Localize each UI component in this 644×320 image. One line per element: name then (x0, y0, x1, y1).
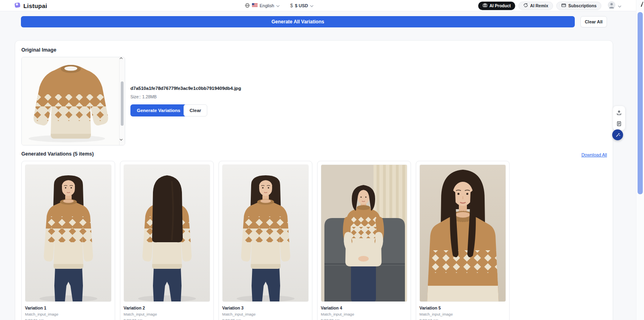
header-right: AI Product AI Remix (478, 0, 621, 11)
variation-image-3[interactable] (222, 164, 309, 302)
flag-icon (252, 3, 258, 8)
magic-wand-button[interactable] (612, 129, 623, 140)
header-center: English $ $ USD (245, 0, 314, 11)
scrollbar-thumb[interactable] (121, 81, 124, 126)
ai-remix-button[interactable]: AI Remix (518, 2, 553, 10)
user-menu[interactable] (608, 1, 621, 10)
variation-title: Variation 5 (419, 305, 506, 310)
original-image-title: Original Image (21, 47, 56, 53)
variation-time: 9:02:10 am (419, 318, 506, 320)
remix-icon (523, 3, 528, 8)
scroll-down-icon[interactable] (120, 139, 125, 145)
subscriptions-label: Subscriptions (568, 3, 597, 8)
clear-button[interactable]: Clear (184, 104, 207, 116)
app-header: Listupai (0, 0, 644, 11)
variation-image-1[interactable] (25, 164, 111, 302)
subscriptions-button[interactable]: Subscriptions (556, 2, 601, 10)
variation-title: Variation 4 (321, 305, 407, 310)
currency-label: $ USD (295, 3, 308, 8)
brand-name: Listupai (23, 2, 47, 9)
variation-image-5[interactable] (419, 164, 506, 302)
variation-card[interactable]: Variation 4 Match_input_image 9:02:08 am (317, 161, 411, 320)
variation-subtitle: Match_input_image (25, 312, 111, 316)
listupai-logo-icon (14, 2, 21, 10)
document-icon[interactable] (615, 120, 623, 127)
variation-card[interactable]: Variation 5 Match_input_image 9:02:10 am (416, 161, 510, 320)
chevron-down-icon (310, 3, 314, 8)
language-selector[interactable]: English (245, 3, 280, 9)
variation-card[interactable]: Variation 1 Match_input_image 9:02:01 am (21, 161, 115, 320)
original-filename: d7a510a1fe78d76779fe3ac9e1c0bb7919409db4… (130, 86, 241, 91)
clear-all-button[interactable]: Clear All (580, 16, 607, 27)
page: Listupai (0, 0, 644, 320)
scroll-up-icon[interactable] (120, 57, 125, 64)
main-panel: Original Image (15, 40, 613, 320)
variation-card[interactable]: Variation 3 Match_input_image 9:02:05 am (219, 161, 312, 320)
generate-all-variations-button[interactable]: Generate All Variations (21, 16, 575, 27)
generate-variations-button[interactable]: Generate Variations (130, 104, 187, 116)
variation-image-4[interactable] (321, 164, 407, 302)
mouse-cursor (640, 1, 644, 7)
variation-title: Variation 3 (222, 305, 309, 310)
variation-subtitle: Match_input_image (222, 312, 309, 316)
original-image-preview[interactable] (21, 57, 125, 145)
variation-card-list: Variation 1 Match_input_image 9:02:01 am (21, 161, 510, 320)
variation-time: 9:02:05 am (222, 318, 309, 320)
upload-icon[interactable] (615, 109, 623, 116)
variation-title: Variation 1 (25, 305, 111, 310)
variation-subtitle: Match_input_image (321, 312, 407, 316)
page-scrollbar-thumb[interactable] (638, 12, 643, 194)
page-scrollbar[interactable] (636, 0, 644, 320)
chevron-down-icon (618, 2, 621, 9)
ai-product-button[interactable]: AI Product (478, 2, 515, 10)
image-box-scrollbar[interactable] (119, 57, 125, 145)
variation-time: 9:02:01 am (25, 318, 111, 320)
variation-image-2[interactable] (124, 164, 210, 302)
variation-time: 9:02:08 am (321, 318, 407, 320)
ai-product-label: AI Product (489, 3, 511, 8)
variation-subtitle: Match_input_image (419, 312, 506, 316)
original-filesize: Size:: 1.28MB (130, 94, 157, 99)
dollar-icon: $ (290, 3, 293, 8)
side-toolbar (613, 106, 625, 131)
variation-title: Variation 2 (124, 305, 210, 310)
avatar (608, 1, 615, 10)
variation-time: 9:02:03 am (124, 318, 210, 320)
variation-subtitle: Match_input_image (124, 312, 210, 316)
chevron-down-icon (276, 3, 280, 8)
original-sweater-image (22, 57, 120, 145)
credit-card-icon (561, 3, 566, 8)
generated-variations-title: Generated Variations (5 items) (21, 151, 94, 157)
currency-selector[interactable]: $ $ USD (290, 3, 314, 8)
variation-card[interactable]: Variation 2 Match_input_image 9:02:03 am (120, 161, 214, 320)
download-all-link[interactable]: Download All (581, 152, 607, 157)
camera-icon (483, 3, 487, 8)
ai-remix-label: AI Remix (530, 3, 548, 8)
globe-icon (245, 3, 250, 9)
brand[interactable]: Listupai (14, 0, 47, 11)
language-label: English (260, 3, 274, 8)
